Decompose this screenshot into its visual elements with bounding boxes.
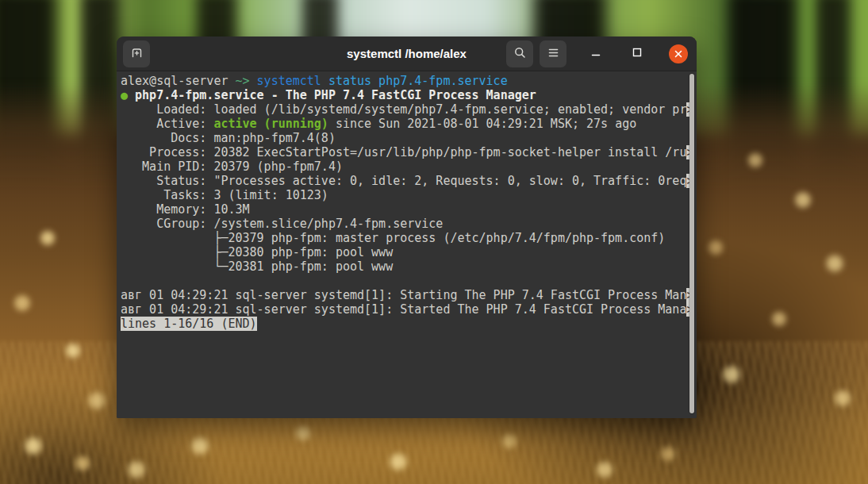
terminal-output: alex@sql-server ~> systemctl status php7… [121, 74, 697, 331]
titlebar[interactable]: systemctl /home/alex [117, 36, 697, 71]
terminal-line: Process: 20382 ExecStartPost=/usr/lib/ph… [121, 145, 697, 159]
terminal-window: systemctl /home/alex [117, 36, 697, 418]
terminal-line: lines 1-16/16 (END) [121, 317, 697, 331]
minimize-icon [590, 47, 601, 60]
terminal-content[interactable]: alex@sql-server ~> systemctl status php7… [117, 71, 697, 418]
terminal-line: авг 01 04:29:21 sql-server systemd[1]: S… [121, 288, 697, 302]
search-icon [513, 46, 527, 62]
terminal-line: CGroup: /system.slice/php7.4-fpm.service [121, 217, 697, 231]
hamburger-menu-icon [547, 46, 560, 62]
terminal-line: alex@sql-server ~> systemctl status php7… [121, 74, 697, 88]
terminal-line: Active: active (running) since Sun 2021-… [121, 117, 697, 131]
minimize-button[interactable] [584, 40, 608, 67]
terminal-line: Status: "Processes active: 0, idle: 2, R… [121, 174, 697, 188]
terminal-line: └─20381 php-fpm: pool www [121, 259, 697, 274]
terminal-line: Loaded: loaded (/lib/systemd/system/php7… [121, 102, 697, 117]
menu-button[interactable] [540, 40, 567, 67]
desktop: systemctl /home/alex [0, 0, 868, 484]
search-button[interactable] [506, 40, 533, 67]
terminal-line: Memory: 10.3M [121, 202, 697, 217]
terminal-line: ├─20379 php-fpm: master process (/etc/ph… [121, 231, 697, 245]
close-button[interactable] [666, 40, 690, 67]
maximize-button[interactable] [625, 40, 649, 67]
terminal-line: Tasks: 3 (limit: 10123) [121, 188, 697, 202]
terminal-line: ├─20380 php-fpm: pool www [121, 245, 697, 259]
terminal-line: авг 01 04:29:21 sql-server systemd[1]: S… [121, 302, 697, 317]
scrollbar[interactable] [689, 74, 694, 413]
terminal-line [121, 274, 697, 288]
terminal-line: Main PID: 20379 (php-fpm7.4) [121, 159, 697, 174]
new-tab-icon [130, 46, 144, 62]
new-tab-button[interactable] [123, 40, 150, 67]
close-icon [669, 44, 688, 63]
terminal-line: Docs: man:php-fpm7.4(8) [121, 131, 697, 145]
terminal-line: ● php7.4-fpm.service - The PHP 7.4 FastC… [121, 88, 697, 102]
maximize-icon [632, 47, 643, 60]
